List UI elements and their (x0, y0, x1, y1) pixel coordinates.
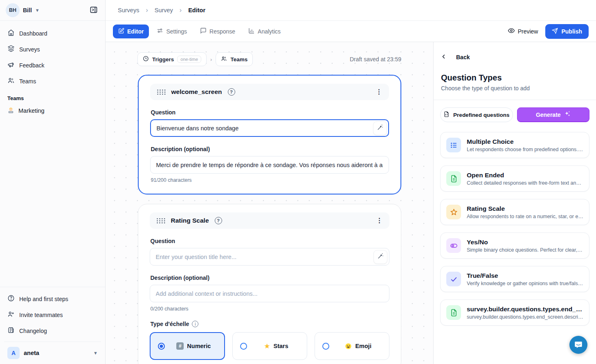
help-icon[interactable]: ? (228, 88, 235, 96)
generate-label: Generate (536, 112, 561, 118)
teams-chip[interactable]: Teams (216, 52, 253, 66)
question-type-end-screen[interactable]: survey.builder.questions.types.end_scr..… (440, 299, 589, 326)
help-icon[interactable]: ? (215, 217, 222, 224)
drag-handle-icon[interactable] (156, 218, 165, 224)
sidebar-item-feedback[interactable]: Feedback (4, 58, 101, 73)
back-label: Back (456, 54, 470, 60)
tab-response[interactable]: Response (195, 24, 241, 38)
pencil-square-icon (118, 28, 124, 35)
scale-option-numeric[interactable]: # Numeric (150, 332, 225, 360)
question-types-panel: Back Question Types Choose the type of q… (433, 42, 596, 364)
message-icon (200, 27, 207, 35)
info-icon[interactable]: i (192, 321, 198, 327)
sidebar-item-surveys[interactable]: Surveys (4, 42, 101, 57)
tab-settings[interactable]: Settings (151, 24, 192, 38)
tab-label: Settings (166, 28, 187, 35)
file-text-icon (446, 305, 461, 320)
question-description-input[interactable] (150, 285, 389, 302)
question-type-description: Collect detailed responses with free-for… (467, 180, 583, 186)
more-options-icon[interactable]: ⋮ (376, 217, 383, 224)
back-button[interactable]: Back (440, 54, 589, 61)
newspaper-icon (7, 326, 15, 335)
more-options-icon[interactable]: ⋮ (376, 89, 382, 95)
sidebar-footer: Help and first steps Invite teammates Ch… (0, 287, 105, 364)
main-area: Surveys › Survey › Editor Editor Setting… (106, 0, 596, 364)
trigger-type-badge: one-time (177, 56, 201, 63)
question-type-rating-scale[interactable]: Rating Scale Allow respondents to rate o… (440, 199, 589, 225)
question-type-description: survey.builder.questions.types.end_scree… (467, 314, 583, 320)
sidebar-item-dashboard[interactable]: Dashboard (4, 26, 101, 41)
drag-handle-icon[interactable] (157, 89, 166, 95)
tab-editor[interactable]: Editor (113, 25, 149, 38)
avatar: BH (6, 3, 20, 17)
sidebar-item-label: Feedback (19, 62, 44, 69)
layers-icon (7, 45, 15, 54)
question-card-title: Rating Scale (171, 217, 209, 224)
publish-button[interactable]: Publish (545, 24, 589, 39)
question-field-label: Question (151, 238, 389, 244)
magic-wand-button[interactable] (373, 250, 387, 264)
question-type-title: Yes/No (467, 239, 583, 246)
workspace-switcher[interactable]: BH Bill ▼ (6, 3, 40, 17)
home-icon (7, 29, 15, 38)
question-card-welcome-screen[interactable]: welcome_screen ? ⋮ Question Description … (138, 75, 401, 194)
sidebar-item-label: Dashboard (19, 30, 47, 37)
scale-option-emoji[interactable]: Emoji (315, 332, 389, 360)
question-description-input[interactable] (150, 156, 389, 174)
send-icon (552, 28, 558, 35)
question-type-description: Let respondents choose from predefined o… (467, 147, 583, 152)
sidebar-item-label: Surveys (19, 46, 40, 53)
account-avatar: A (7, 347, 20, 359)
scale-type-label: Type d'échelle (151, 321, 189, 327)
triggers-chip-label: Triggers (152, 56, 174, 63)
sidebar-item-teams[interactable]: Teams (4, 74, 101, 89)
sidebar-item-changelog[interactable]: Changelog (4, 323, 101, 338)
question-type-title: Multiple Choice (467, 138, 583, 145)
teams-section-label: Teams (0, 89, 105, 104)
question-title-input[interactable] (150, 119, 389, 137)
user-plus-icon (7, 310, 15, 319)
users-icon (7, 77, 15, 85)
tab-label: Response (209, 28, 235, 35)
question-field-label: Question (151, 109, 389, 116)
breadcrumb-survey[interactable]: Survey (155, 7, 173, 13)
panel-collapse-icon (90, 6, 98, 15)
question-type-title: Open Ended (467, 172, 583, 179)
predefined-questions-button[interactable]: Predefined questions (440, 107, 513, 122)
panel-subtitle: Choose the type of question to add (441, 85, 589, 92)
chat-bubble-icon (574, 340, 583, 350)
generate-button[interactable]: Generate (517, 107, 590, 122)
question-card-title: welcome_screen (171, 88, 222, 96)
preview-button[interactable]: Preview (508, 27, 538, 36)
sidebar-item-invite[interactable]: Invite teammates (4, 307, 101, 322)
bar-chart-icon (248, 27, 255, 35)
breadcrumb-surveys[interactable]: Surveys (118, 7, 139, 13)
tab-label: Analytics (258, 28, 281, 35)
survey-canvas: Triggers one-time › Teams Draft saved at… (106, 42, 433, 364)
sparkles-icon (564, 111, 571, 118)
collapse-sidebar-button[interactable] (88, 4, 99, 16)
question-type-open-ended[interactable]: Open Ended Collect detailed responses wi… (440, 165, 589, 192)
sidebar-item-help[interactable]: Help and first steps (4, 291, 101, 306)
chat-launcher-button[interactable] (569, 336, 587, 354)
help-circle-icon (7, 295, 15, 303)
tab-analytics[interactable]: Analytics (243, 24, 286, 38)
radio-icon (322, 343, 329, 350)
triggers-chip[interactable]: Triggers one-time (137, 52, 207, 66)
question-card-header[interactable]: Rating Scale ? ⋮ (150, 212, 389, 229)
predefined-questions-label: Predefined questions (453, 112, 509, 118)
question-title-input[interactable] (150, 248, 389, 266)
magic-wand-button[interactable] (373, 121, 387, 135)
account-switcher[interactable]: A aneta ▼ (4, 342, 101, 364)
question-type-true-false[interactable]: True/False Verify knowledge or gather op… (440, 266, 589, 292)
chevron-down-icon: ▼ (93, 351, 98, 355)
scale-option-stars[interactable]: ★ Stars (232, 332, 307, 360)
sidebar-item-marketing[interactable]: Marketing (0, 104, 105, 117)
question-type-multiple-choice[interactable]: Multiple Choice Let respondents choose f… (440, 132, 589, 158)
question-card-rating-scale[interactable]: Rating Scale ? ⋮ Question Description (o… (138, 204, 401, 364)
question-type-title: True/False (467, 272, 583, 279)
question-type-yes-no[interactable]: Yes/No Simple binary choice questions. P… (440, 232, 589, 259)
chevron-right-icon: › (210, 56, 212, 63)
question-card-header[interactable]: welcome_screen ? ⋮ (150, 84, 389, 100)
list-icon (446, 138, 461, 152)
